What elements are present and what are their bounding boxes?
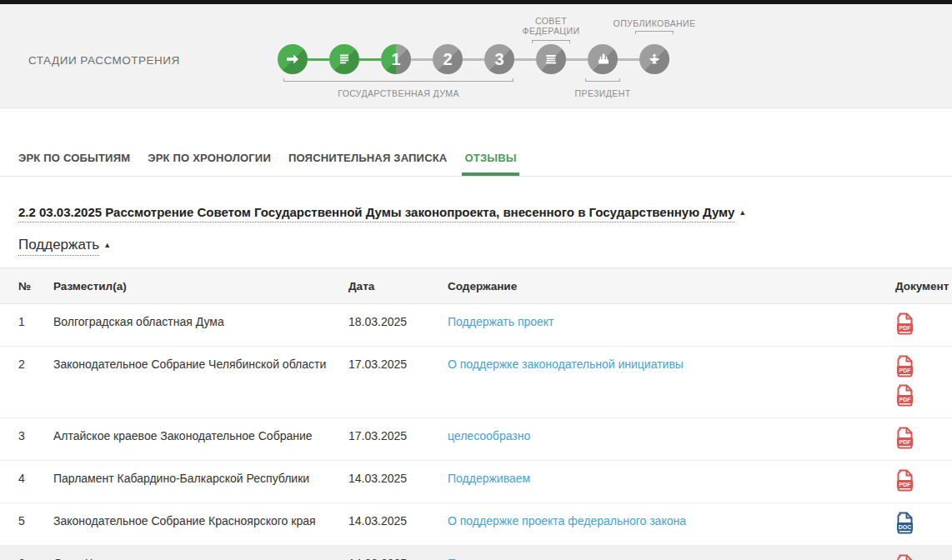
table-row: 2 Законодательное Собрание Челябинской о… (0, 347, 952, 418)
svg-text:PDF: PDF (899, 439, 912, 445)
stepper-connector (463, 58, 484, 61)
col-header-author: Разместил(а) (53, 268, 348, 304)
svg-text:DOC: DOC (899, 524, 912, 530)
kremlin-icon (594, 51, 611, 68)
pdf-file-icon[interactable]: PDF (895, 355, 915, 380)
content-link[interactable]: Поддержать проект (448, 557, 554, 560)
collapse-caret-icon: ▲ (739, 208, 746, 217)
row-author: Алтайское краевое Законодательное Собран… (53, 418, 348, 461)
stepper-connector (566, 58, 588, 61)
row-number: 4 (0, 461, 53, 503)
row-date: 14.03.2025 (348, 461, 448, 503)
publication-bracket (635, 31, 674, 34)
collapse-caret-icon: ▲ (103, 241, 111, 249)
svg-text:PDF: PDF (899, 397, 912, 402)
state-duma-bracket (283, 78, 514, 82)
event-section-toggle[interactable]: 2.2 03.03.2025 Рассмотрение Советом Госу… (18, 205, 934, 219)
step-president[interactable] (588, 44, 618, 74)
arrow-icon (284, 51, 301, 68)
row-date: 17.03.2025 (348, 347, 448, 418)
col-header-date: Дата (348, 268, 448, 304)
president-label: ПРЕЗИДЕНТ (561, 88, 644, 98)
pdf-file-icon[interactable]: PDF (895, 384, 915, 409)
publication-label: ОПУБЛИКОВАНИЕ (604, 18, 704, 28)
stages-section: СТАДИИ РАССМОТРЕНИЯ СОВЕТ ФЕДЕРАЦИИ ОПУБ… (0, 4, 952, 108)
row-number: 6 (0, 546, 53, 560)
content-link[interactable]: О поддержке законодательной инициативы (448, 358, 684, 371)
row-author: Законодательное Собрание Челябинской обл… (53, 347, 348, 418)
content-link[interactable]: Поддерживаем (448, 472, 530, 485)
federation-council-label: СОВЕТ ФЕДЕРАЦИИ (509, 16, 593, 36)
table-row: 4 Парламент Кабардино-Балкарской Республ… (0, 461, 952, 503)
stepper-connector (618, 58, 639, 61)
pdf-file-icon[interactable]: PDF (895, 312, 915, 338)
step-number: 2 (443, 50, 452, 69)
tab-erk-by-chronology[interactable]: ЭРК ПО ХРОНОЛОГИИ (148, 142, 271, 176)
table-row: 6 Дума Чукотского автономного округа 14.… (0, 546, 952, 560)
step-introduction[interactable] (278, 44, 308, 74)
step-second-reading[interactable]: 2 (433, 44, 463, 74)
stepper-connector (514, 58, 536, 61)
step-preliminary-consideration[interactable] (329, 44, 359, 74)
stepper-connector (411, 58, 433, 61)
stepper-row: 1 2 3 (278, 44, 669, 74)
row-date: 18.03.2025 (348, 304, 448, 347)
content-link[interactable]: целесообразно (448, 429, 530, 442)
pdf-file-icon[interactable]: PDF (895, 554, 915, 560)
stepper-connector (308, 58, 329, 61)
parliament-building-icon (543, 51, 559, 68)
step-first-reading[interactable]: 1 (381, 44, 411, 74)
row-author: Законодательное Собрание Красноярского к… (53, 503, 348, 546)
content-link[interactable]: Поддержать проект (448, 315, 554, 328)
row-author: Дума Чукотского автономного округа (53, 546, 348, 560)
president-bracket (585, 78, 620, 82)
event-section-title: 2.2 03.03.2025 Рассмотрение Советом Госу… (18, 205, 734, 222)
col-header-number: № (0, 268, 53, 304)
step-number: 1 (391, 50, 400, 69)
row-date: 14.03.2025 (348, 546, 448, 560)
tab-reviews[interactable]: ОТЗЫВЫ (464, 142, 516, 176)
table-row: 3 Алтайское краевое Законодательное Собр… (0, 418, 952, 461)
federation-council-bracket (532, 40, 570, 43)
row-date: 14.03.2025 (348, 503, 448, 546)
stages-title: СТАДИИ РАССМОТРЕНИЯ (28, 54, 180, 67)
content-link[interactable]: О поддержке проекта федерального закона (448, 514, 686, 528)
table-row: 1 Волгоградская областная Дума 18.03.202… (0, 304, 952, 347)
row-number: 2 (0, 347, 53, 418)
step-number: 3 (494, 50, 504, 69)
row-author: Парламент Кабардино-Балкарской Республик… (53, 461, 348, 503)
svg-text:PDF: PDF (899, 368, 912, 373)
support-group-label: Поддержать (18, 237, 99, 256)
step-federation-council[interactable] (536, 44, 566, 74)
row-author: Волгоградская областная Дума (53, 304, 348, 347)
reviews-table: № Разместил(а) Дата Содержание Документ … (0, 268, 952, 560)
pdf-file-icon[interactable]: PDF (895, 469, 915, 494)
tab-bar: ЭРК ПО СОБЫТИЯМ ЭРК ПО ХРОНОЛОГИИ ПОЯСНИ… (0, 142, 952, 177)
stepper-connector (359, 58, 381, 61)
row-date: 17.03.2025 (348, 418, 448, 461)
row-number: 1 (0, 304, 53, 347)
table-header-row: № Разместил(а) Дата Содержание Документ (0, 268, 952, 304)
state-duma-label: ГОСУДАРСТВЕННАЯ ДУМА (286, 88, 511, 98)
row-number: 5 (0, 503, 53, 546)
svg-text:PDF: PDF (899, 482, 912, 488)
tab-explanatory-note[interactable]: ПОЯСНИТЕЛЬНАЯ ЗАПИСКА (288, 142, 448, 176)
row-number: 3 (0, 418, 53, 461)
svg-text:PDF: PDF (899, 325, 912, 331)
doc-file-icon[interactable]: DOC (895, 512, 915, 537)
tab-erk-by-events[interactable]: ЭРК ПО СОБЫТИЯМ (18, 142, 130, 176)
state-emblem-icon (646, 51, 663, 68)
support-group-toggle[interactable]: Поддержать▲ (18, 237, 934, 253)
col-header-content: Содержание (448, 268, 885, 304)
col-header-document: Документ (885, 268, 952, 304)
document-lines-icon (336, 51, 353, 68)
step-third-reading[interactable]: 3 (484, 44, 514, 74)
step-publication[interactable] (639, 44, 669, 74)
stages-stepper: СОВЕТ ФЕДЕРАЦИИ ОПУБЛИКОВАНИЕ 1 2 3 (278, 4, 744, 108)
pdf-file-icon[interactable]: PDF (895, 427, 915, 452)
table-row: 5 Законодательное Собрание Красноярского… (0, 503, 952, 546)
